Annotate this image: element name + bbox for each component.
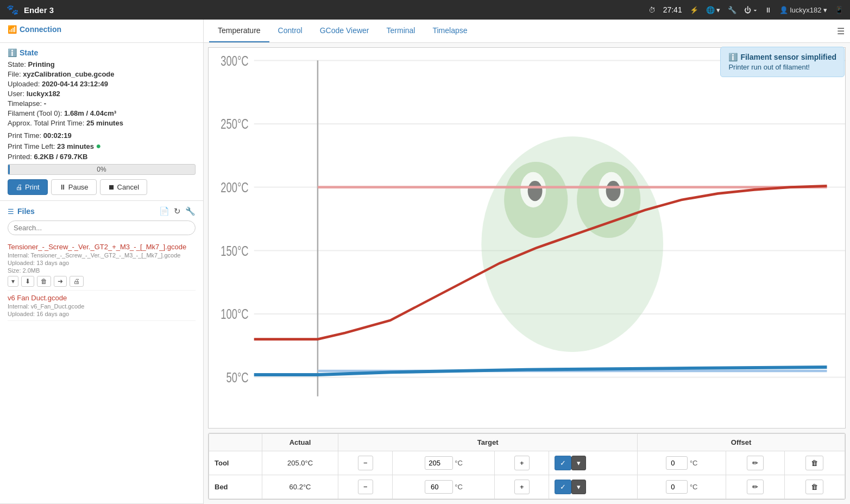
tool-offset-input[interactable] <box>666 456 688 470</box>
bed-target-confirm[interactable]: ✓ ▾ <box>549 475 638 499</box>
bed-confirm-btn[interactable]: ✓ <box>555 480 571 494</box>
bed-offset-edit[interactable]: ✏ <box>726 475 784 499</box>
tool-confirm-btn[interactable]: ✓ <box>555 456 571 470</box>
tab-gcode-viewer[interactable]: GCode Viewer <box>311 20 378 42</box>
bed-target-input[interactable] <box>425 480 453 494</box>
list-item: Tensioner_-_Screw_-_Ver._GT2_+_M3_-_[_Mk… <box>8 240 196 291</box>
tab-terminal[interactable]: Terminal <box>378 20 424 42</box>
bed-offset-delete[interactable]: 🗑 <box>784 475 845 499</box>
search-input[interactable] <box>8 220 196 235</box>
globe-icon[interactable]: 🌐 ▾ <box>706 6 721 14</box>
filament-value: 1.68m / 4.04cm³ <box>64 109 116 117</box>
col-header-actual: Actual <box>262 434 338 451</box>
tool-offset-input-cell[interactable]: °C <box>638 451 726 475</box>
titlebar-icons: ⏱ 27:41 ⚡ 🌐 ▾ 🔧 ⏻ ▾ ⏸ 👤 luckyx182 ▾ 📱 <box>648 5 843 14</box>
bed-offset-input-cell[interactable]: °C <box>638 475 726 499</box>
state-info: State: Printing File: xyzCalibration_cub… <box>8 60 196 175</box>
bed-label: Bed <box>209 475 262 499</box>
user-icon[interactable]: 👤 luckyx182 ▾ <box>779 6 827 14</box>
print-button[interactable]: 🖨 Print <box>8 179 48 195</box>
cancel-button[interactable]: ⏹ Cancel <box>100 179 147 195</box>
file-item-actions: ▾ ⬇ 🗑 ➜ 🖨 <box>8 276 196 287</box>
tool-target-input[interactable] <box>425 456 453 470</box>
file-item-internal: Internal: v6_Fan_Duct.gcode <box>8 303 196 310</box>
table-row: Tool 205.0°C − °C + <box>209 451 845 475</box>
bed-target-plus[interactable]: + <box>495 475 549 499</box>
bed-offset-edit-btn[interactable]: ✏ <box>747 480 764 494</box>
tool-offset-edit[interactable]: ✏ <box>726 451 784 475</box>
notification-info-icon: ℹ️ <box>728 53 738 61</box>
phone-icon[interactable]: 📱 <box>835 6 843 14</box>
file-print-btn[interactable]: 🖨 <box>70 276 84 287</box>
tool-target-minus[interactable]: − <box>338 451 393 475</box>
printed-value: 6.2KB / 679.7KB <box>34 153 87 161</box>
pause-icon[interactable]: ⏸ <box>765 6 772 14</box>
new-file-icon[interactable]: 📄 <box>159 206 169 216</box>
bed-minus-btn[interactable]: − <box>358 480 373 494</box>
tab-timelapse[interactable]: Timelapse <box>424 20 476 42</box>
bed-target-input-cell[interactable]: °C <box>393 475 495 499</box>
bed-offset-unit: °C <box>690 483 698 491</box>
tabs-menu-icon[interactable]: ☰ <box>837 26 845 36</box>
titlebar-time: 27:41 <box>663 5 682 14</box>
file-item-uploaded: Uploaded: 16 days ago <box>8 311 196 317</box>
files-header-icons[interactable]: 📄 ↻ 🔧 <box>159 206 196 216</box>
pause-button[interactable]: ⏸ Pause <box>51 179 97 195</box>
file-item-name[interactable]: v6 Fan Duct.gcode <box>8 294 196 302</box>
bed-target-minus[interactable]: − <box>338 475 393 499</box>
approx-value: 25 minutes <box>86 119 123 127</box>
connection-bar-icon: 📶 <box>8 25 17 34</box>
power-icon[interactable]: ⏻ ▾ <box>744 6 757 14</box>
refresh-icon[interactable]: ↻ <box>174 206 181 216</box>
svg-text:250°C: 250°C <box>221 116 248 132</box>
file-delete-btn[interactable]: 🗑 <box>37 276 51 287</box>
lightning-icon: ⚡ <box>690 6 698 14</box>
tool-offset-edit-btn[interactable]: ✏ <box>747 456 764 470</box>
tool-plus-btn[interactable]: + <box>514 456 530 470</box>
svg-text:150°C: 150°C <box>221 243 248 259</box>
tab-temperature[interactable]: Temperature <box>209 20 269 42</box>
tab-control[interactable]: Control <box>269 20 311 42</box>
state-uploaded: Uploaded: 2020-04-14 23:12:49 <box>8 80 196 88</box>
wrench-icon[interactable]: 🔧 <box>728 6 736 14</box>
state-print-time: Print Time: 00:02:19 <box>8 131 196 140</box>
tool-offset-delete-btn[interactable]: 🗑 <box>805 456 823 470</box>
tool-target-confirm[interactable]: ✓ ▾ <box>549 451 638 475</box>
tool-offset-unit: °C <box>690 459 698 467</box>
file-move-btn[interactable]: ➜ <box>54 276 67 287</box>
files-label: Files <box>17 207 156 216</box>
print-icon: 🖨 <box>16 183 23 191</box>
print-time-value: 00:02:19 <box>43 131 72 140</box>
temp-table: Actual Target Offset Tool 205.0°C − <box>209 433 845 499</box>
tabs-bar: Temperature Control GCode Viewer Termina… <box>204 20 850 43</box>
bed-confirm-group[interactable]: ✓ ▾ <box>555 480 632 494</box>
file-download-btn[interactable]: ⬇ <box>21 276 34 287</box>
settings-icon[interactable]: 🔧 <box>185 206 196 216</box>
bed-dropdown-btn[interactable]: ▾ <box>571 480 586 494</box>
file-chevron-down-btn[interactable]: ▾ <box>8 276 18 287</box>
svg-point-18 <box>528 181 543 201</box>
state-timelapse: Timelapse: - <box>8 99 196 108</box>
connection-label: Connection <box>20 25 61 34</box>
tool-target-plus[interactable]: + <box>495 451 549 475</box>
tool-offset-delete[interactable]: 🗑 <box>784 451 845 475</box>
tool-target-unit: °C <box>455 459 463 467</box>
state-print-time-left: Print Time Left: 23 minutes ● <box>8 141 196 151</box>
titlebar: 🐾 Ender 3 ⏱ 27:41 ⚡ 🌐 ▾ 🔧 ⏻ ▾ ⏸ 👤 luckyx… <box>0 0 850 20</box>
bed-offset-input[interactable] <box>666 480 688 494</box>
svg-point-13 <box>481 136 663 352</box>
state-approx: Approx. Total Print Time: 25 minutes <box>8 119 196 127</box>
app-logo-icon: 🐾 <box>7 4 18 16</box>
uploaded-value: 2020-04-14 23:12:49 <box>42 80 108 88</box>
files-list-icon: ☰ <box>8 207 14 216</box>
tool-minus-btn[interactable]: − <box>358 456 373 470</box>
file-item-name[interactable]: Tensioner_-_Screw_-_Ver._GT2_+_M3_-_[_Mk… <box>8 243 196 251</box>
state-filament: Filament (Tool 0): 1.68m / 4.04cm³ <box>8 109 196 117</box>
file-item-size: Size: 2.0MB <box>8 267 196 274</box>
bed-plus-btn[interactable]: + <box>514 480 530 494</box>
tool-dropdown-btn[interactable]: ▾ <box>571 456 586 470</box>
cancel-icon: ⏹ <box>108 183 115 191</box>
tool-confirm-group[interactable]: ✓ ▾ <box>555 456 632 470</box>
tool-target-input-cell[interactable]: °C <box>393 451 495 475</box>
bed-offset-delete-btn[interactable]: 🗑 <box>805 480 823 494</box>
